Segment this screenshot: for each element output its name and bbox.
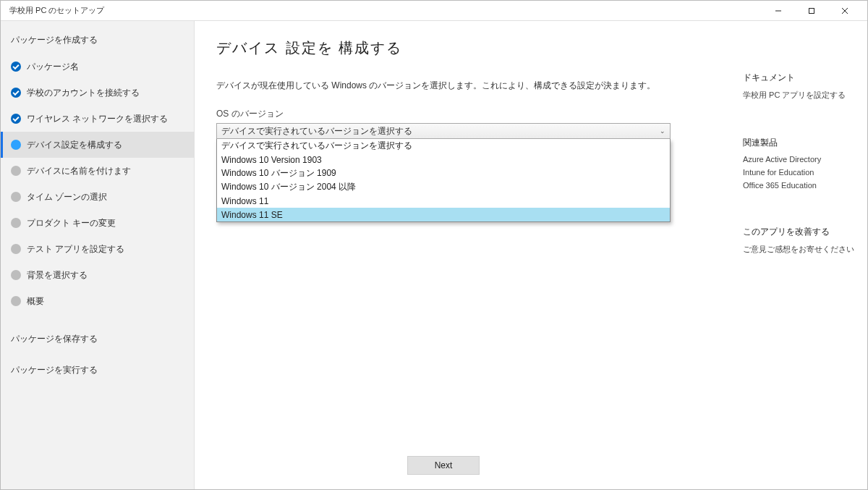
related-link-2[interactable]: Office 365 Education xyxy=(743,181,856,190)
app-window: 学校用 PC のセットアップ パッケージを作成する パッケージ名学校のアカウント… xyxy=(0,0,868,490)
sidebar-item-7[interactable]: テスト アプリを設定する xyxy=(1,236,194,262)
os-version-selected-value: デバイスで実行されているバージョンを選択する xyxy=(221,125,412,138)
check-circle-icon xyxy=(11,114,21,124)
status-dot-icon xyxy=(11,192,21,202)
sidebar-section-save[interactable]: パッケージを保存する xyxy=(1,330,194,352)
check-circle-icon xyxy=(11,88,21,98)
sidebar-item-5[interactable]: タイム ゾーンの選択 xyxy=(1,184,194,210)
os-option-3[interactable]: Windows 10 バージョン 2004 以降 xyxy=(217,180,670,194)
sidebar-item-6[interactable]: プロダクト キーの変更 xyxy=(1,210,194,236)
sidebar-item-label: デバイスに名前を付けます xyxy=(27,165,131,177)
maximize-button[interactable] xyxy=(795,1,828,21)
os-option-5[interactable]: Windows 11 SE xyxy=(217,208,670,221)
sidebar-section-create: パッケージを作成する xyxy=(1,31,194,54)
status-dot-icon xyxy=(11,270,21,280)
sidebar-item-2[interactable]: ワイヤレス ネットワークを選択する xyxy=(1,106,194,132)
status-dot-icon xyxy=(11,296,21,306)
sidebar-section-run[interactable]: パッケージを実行する xyxy=(1,361,194,384)
os-version-dropdown: デバイスで実行されているバージョンを選択するWindows 10 Version… xyxy=(216,139,671,222)
window-controls xyxy=(762,1,861,21)
related-link-0[interactable]: Azure Active Directory xyxy=(743,155,856,164)
main-panel: デバイス 設定を 構成する デバイスが現在使用している Windows のバージ… xyxy=(195,21,737,489)
os-version-combobox[interactable]: デバイスで実行されているバージョンを選択する ⌄ xyxy=(216,123,671,139)
sidebar-item-label: ワイヤレス ネットワークを選択する xyxy=(27,113,168,125)
sidebar-item-label: タイム ゾーンの選択 xyxy=(27,191,107,203)
next-button[interactable]: Next xyxy=(407,456,480,475)
right-panel: ドキュメント 学校用 PC アプリを設定する 関連製品 Azure Active… xyxy=(737,21,867,489)
window-title: 学校用 PC のセットアップ xyxy=(9,5,104,16)
minimize-button[interactable] xyxy=(762,1,795,21)
docs-link-setup-school-pc[interactable]: 学校用 PC アプリを設定する xyxy=(743,90,856,101)
status-dot-icon xyxy=(11,140,21,150)
status-dot-icon xyxy=(11,166,21,176)
sidebar: パッケージを作成する パッケージ名学校のアカウントを接続するワイヤレス ネットワ… xyxy=(1,21,195,489)
related-link-1[interactable]: Intune for Education xyxy=(743,168,856,177)
sidebar-item-label: テスト アプリを設定する xyxy=(27,243,124,255)
chevron-down-icon: ⌄ xyxy=(660,127,665,135)
check-circle-icon xyxy=(11,62,21,72)
titlebar: 学校用 PC のセットアップ xyxy=(1,1,867,21)
related-heading: 関連製品 xyxy=(743,137,856,149)
status-dot-icon xyxy=(11,244,21,254)
os-version-label: OS のバージョン xyxy=(216,108,715,120)
sidebar-item-label: 概要 xyxy=(27,295,44,308)
sidebar-item-8[interactable]: 背景を選択する xyxy=(1,262,194,288)
status-dot-icon xyxy=(11,218,21,228)
docs-heading: ドキュメント xyxy=(743,72,856,84)
sidebar-item-label: デバイス設定を構成する xyxy=(27,139,122,151)
improve-heading: このアプリを改善する xyxy=(743,226,856,238)
os-option-0[interactable]: デバイスで実行されているバージョンを選択する xyxy=(217,139,670,153)
sidebar-item-label: 学校のアカウントを接続する xyxy=(27,87,140,99)
sidebar-item-label: プロダクト キーの変更 xyxy=(27,217,116,229)
body: パッケージを作成する パッケージ名学校のアカウントを接続するワイヤレス ネットワ… xyxy=(1,21,867,489)
close-button[interactable] xyxy=(828,1,861,21)
os-option-1[interactable]: Windows 10 Version 1903 xyxy=(217,153,670,166)
os-option-4[interactable]: Windows 11 xyxy=(217,194,670,208)
os-option-2[interactable]: Windows 10 バージョン 1909 xyxy=(217,166,670,180)
sidebar-item-4[interactable]: デバイスに名前を付けます xyxy=(1,158,194,184)
sidebar-item-0[interactable]: パッケージ名 xyxy=(1,54,194,80)
svg-rect-1 xyxy=(809,8,814,13)
sidebar-item-label: パッケージ名 xyxy=(27,61,79,73)
sidebar-item-label: 背景を選択する xyxy=(27,269,88,282)
feedback-link[interactable]: ご意見ご感想をお寄せください xyxy=(743,244,856,255)
sidebar-item-1[interactable]: 学校のアカウントを接続する xyxy=(1,80,194,106)
sidebar-item-3[interactable]: デバイス設定を構成する xyxy=(1,132,194,158)
sidebar-item-9[interactable]: 概要 xyxy=(1,288,194,314)
page-description: デバイスが現在使用している Windows のバージョンを選択します。これにより… xyxy=(216,80,715,92)
page-title: デバイス 設定を 構成する xyxy=(216,38,715,58)
